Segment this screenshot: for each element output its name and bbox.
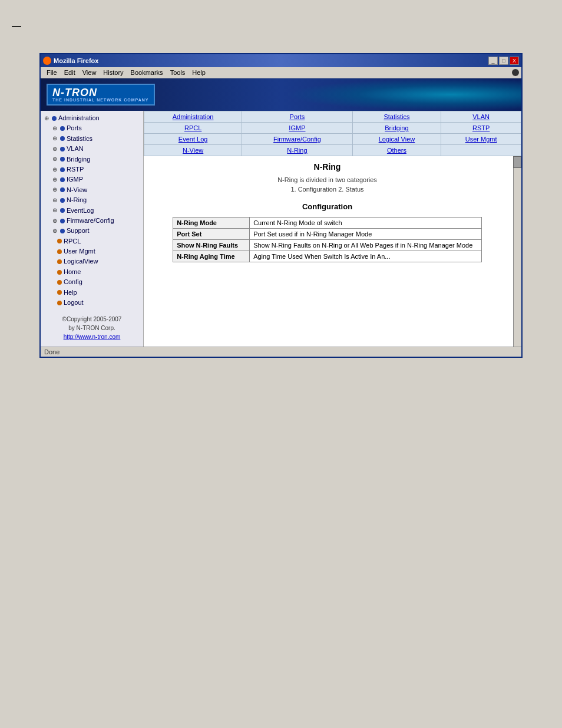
- header-graphic: [286, 78, 521, 111]
- header-banner: N-TRON THE INDUSTRIAL NETWORK COMPANY: [41, 78, 521, 111]
- menu-bookmarks[interactable]: Bookmarks: [127, 68, 167, 77]
- config-value-nring-mode: Current N-Ring Mode of switch: [250, 218, 482, 229]
- content-title: N-Ring: [156, 162, 499, 172]
- expand-icon: ⊕: [44, 114, 50, 123]
- sidebar-item-usermgmt[interactable]: User Mgmt: [55, 246, 142, 256]
- window-controls[interactable]: _ □ X: [488, 57, 519, 65]
- nav-rpcl[interactable]: RPCL: [184, 124, 201, 131]
- content-subtitle1: N-Ring is divided in two categories: [156, 176, 499, 183]
- browser-title: Mozilla Firefox: [54, 57, 98, 64]
- config-label-aging-time: N-Ring Aging Time: [173, 251, 250, 262]
- sidebar-bullet-orange: [57, 249, 62, 254]
- close-button[interactable]: X: [510, 57, 519, 65]
- sidebar-label: N-View: [67, 186, 87, 195]
- sidebar-item-statistics[interactable]: ⊕ Statistics: [50, 134, 142, 144]
- sidebar-item-config[interactable]: Config: [55, 277, 142, 287]
- sidebar-bullet-orange: [57, 239, 62, 243]
- sidebar-label: RSTP: [67, 165, 84, 174]
- expand-icon: ⊕: [52, 145, 58, 153]
- expand-icon: ⊕: [52, 196, 58, 205]
- expand-icon: ⊕: [52, 186, 58, 194]
- menu-history[interactable]: History: [100, 68, 127, 77]
- menu-help[interactable]: Help: [189, 68, 209, 77]
- config-label-port-set: Port Set: [173, 229, 250, 240]
- nav-nring[interactable]: N-Ring: [287, 147, 307, 154]
- sidebar-item-rpcl[interactable]: RPCL: [55, 236, 142, 246]
- sidebar-label: RPCL: [64, 237, 81, 246]
- nav-others[interactable]: Others: [387, 147, 406, 154]
- sidebar-bullet: [60, 229, 65, 233]
- nav-vlan[interactable]: VLAN: [472, 113, 490, 120]
- minimize-button[interactable]: _: [488, 57, 498, 65]
- sidebar-item-nview[interactable]: ⊕ N-View: [50, 185, 142, 195]
- sidebar-item-home[interactable]: Home: [55, 267, 142, 277]
- sidebar-bullet: [52, 116, 57, 121]
- sidebar-bullet: [60, 157, 65, 162]
- sidebar-item-vlan[interactable]: ⊕ VLAN: [50, 144, 142, 154]
- nav-nview[interactable]: N-View: [183, 147, 203, 154]
- nav-firmware[interactable]: Firmware/Config: [273, 136, 321, 143]
- table-row: N-Ring Aging Time Aging Time Used When S…: [173, 251, 482, 262]
- expand-icon: ⊕: [52, 124, 58, 133]
- content-subtitle2: 1. Configuration 2. Status: [156, 186, 499, 193]
- minimize-indicator: —: [12, 21, 21, 32]
- sidebar-item-logicalview[interactable]: LogicalView: [55, 256, 142, 266]
- nav-bridging[interactable]: Bridging: [385, 124, 408, 131]
- expand-icon: ⊕: [52, 176, 58, 184]
- sidebar-footer: ©Copyright 2005-2007 by N-TRON Corp. htt…: [42, 312, 142, 344]
- status-bar: Done: [41, 347, 521, 357]
- ntron-logo: N-TRON THE INDUSTRIAL NETWORK COMPANY: [47, 84, 155, 106]
- sidebar-item-bridging[interactable]: ⊕ Bridging: [50, 154, 142, 164]
- sidebar-bullet-orange: [57, 280, 62, 285]
- sidebar-item-firmware[interactable]: ⊕ Firmware/Config: [50, 216, 142, 226]
- sidebar-item-ports[interactable]: ⊕ Ports: [50, 123, 142, 133]
- expand-icon: ⊕: [52, 155, 58, 163]
- sidebar-item-support[interactable]: ⊕ Support: [50, 226, 142, 236]
- sidebar-label: Config: [64, 278, 82, 286]
- nav-table: Administration Ports Statistics VLAN RPC…: [144, 111, 521, 156]
- menu-view[interactable]: View: [79, 68, 100, 77]
- sidebar-bullet: [60, 219, 65, 223]
- sidebar-item-eventlog[interactable]: ⊕ EventLog: [50, 206, 142, 216]
- sidebar-item-igmp[interactable]: ⊕ IGMP: [50, 174, 142, 185]
- restore-button[interactable]: □: [499, 57, 508, 65]
- expand-icon: ⊕: [52, 217, 58, 225]
- nav-administration[interactable]: Administration: [173, 113, 214, 120]
- sidebar-label: Administration: [58, 114, 100, 123]
- config-value-aging-time: Aging Time Used When Switch Is Active In…: [250, 251, 482, 262]
- sidebar-item-help[interactable]: Help: [55, 288, 142, 298]
- sidebar-bullet-orange: [57, 301, 62, 305]
- sidebar-label: User Mgmt: [64, 247, 95, 256]
- sidebar-bullet: [60, 147, 65, 151]
- copyright-line2: by N-TRON Corp.: [44, 324, 140, 332]
- expand-icon: ⊕: [52, 166, 58, 174]
- config-value-port-set: Port Set used if in N-Ring Manager Mode: [250, 229, 482, 240]
- menu-file[interactable]: File: [43, 68, 61, 77]
- nav-rstp[interactable]: RSTP: [472, 124, 490, 131]
- sidebar-bullet: [60, 198, 65, 203]
- nav-usermgmt[interactable]: User Mgmt: [465, 136, 497, 143]
- nav-eventlog[interactable]: Event Log: [178, 136, 208, 143]
- sidebar-item-nring[interactable]: ⊕ N-Ring: [50, 195, 142, 205]
- config-label-show-faults: Show N-Ring Faults: [173, 240, 250, 251]
- nav-logicalview[interactable]: Logical View: [379, 136, 415, 143]
- sidebar-item-administration[interactable]: ⊕ Administration: [42, 113, 142, 123]
- scrollbar[interactable]: [513, 156, 521, 347]
- nav-igmp[interactable]: IGMP: [289, 124, 305, 131]
- status-text: Done: [44, 348, 59, 355]
- sidebar-item-rstp[interactable]: ⊕ RSTP: [50, 164, 142, 174]
- section-title: Configuration: [156, 202, 499, 211]
- sidebar-bullet: [60, 177, 65, 182]
- logo-tagline: THE INDUSTRIAL NETWORK COMPANY: [52, 98, 149, 102]
- sidebar-bullet-orange: [57, 259, 62, 264]
- menu-tools[interactable]: Tools: [167, 68, 189, 77]
- config-table: N-Ring Mode Current N-Ring Mode of switc…: [173, 217, 482, 262]
- browser-icon: [43, 57, 51, 65]
- sidebar-item-logout[interactable]: Logout: [55, 298, 142, 308]
- scrollbar-thumb[interactable]: [513, 156, 521, 168]
- menu-edit[interactable]: Edit: [61, 68, 79, 77]
- sidebar-label: Help: [64, 288, 77, 297]
- sidebar-label: EventLog: [67, 206, 94, 215]
- nav-statistics[interactable]: Statistics: [384, 113, 409, 120]
- nav-ports[interactable]: Ports: [290, 113, 305, 120]
